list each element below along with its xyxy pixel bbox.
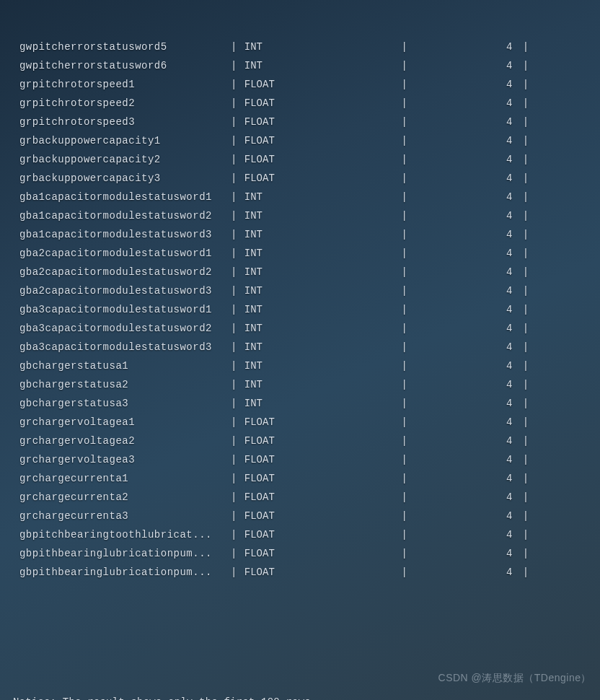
column-separator: | — [229, 319, 238, 338]
column-size: 4 — [409, 188, 521, 206]
column-name: gbchargerstatusa2 — [13, 375, 229, 394]
column-extra — [530, 525, 600, 544]
column-separator: | — [400, 356, 408, 375]
table-row: gba2capacitormodulestatusword1 | INT |4 … — [13, 244, 600, 263]
column-size: 4 — [409, 75, 521, 94]
column-separator: | — [400, 113, 408, 131]
column-separator: | — [521, 338, 530, 356]
column-separator: | — [400, 300, 408, 319]
table-row: grpitchrotorspeed2 | FLOAT |4 | | — [13, 94, 600, 113]
column-extra — [530, 450, 600, 469]
column-name: gbchargerstatusa1 — [13, 356, 229, 375]
column-extra — [530, 150, 600, 169]
table-row: grpitchrotorspeed3 | FLOAT |4 | | — [13, 113, 600, 131]
table-row: gbpithbearinglubricationpum... | FLOAT |… — [13, 544, 600, 563]
column-separator: | — [229, 544, 238, 563]
column-name: gbpithbearinglubricationpum... — [13, 544, 229, 563]
table-row: gwpitcherrorstatusword6 | INT |4 | | — [13, 56, 600, 75]
column-type: FLOAT — [238, 507, 400, 525]
column-type: FLOAT — [238, 150, 400, 169]
column-size: 4 — [409, 525, 521, 544]
column-separator: | — [521, 113, 530, 131]
column-separator: | — [521, 263, 530, 281]
column-extra — [530, 244, 600, 263]
column-separator: | — [521, 75, 530, 94]
table-row: gba1capacitormodulestatusword3 | INT |4 … — [13, 225, 600, 244]
table-row: grchargervoltagea1 | FLOAT |4 | | — [13, 413, 600, 432]
column-extra — [530, 38, 600, 56]
column-extra — [530, 394, 600, 413]
table-row: gbchargerstatusa3 | INT |4 | | — [13, 394, 600, 413]
column-type: INT — [238, 319, 400, 338]
column-separator: | — [400, 375, 408, 394]
table-row: grbackuppowercapacity2 | FLOAT |4 | | — [13, 150, 600, 169]
column-name: grchargervoltagea1 — [13, 413, 229, 432]
column-size: 4 — [409, 244, 521, 263]
column-separator: | — [229, 432, 238, 450]
column-size: 4 — [409, 150, 521, 169]
column-type: FLOAT — [238, 113, 400, 131]
column-separator: | — [400, 169, 408, 188]
column-separator: | — [521, 563, 530, 582]
column-size: 4 — [409, 225, 521, 244]
column-extra — [530, 356, 600, 375]
column-size: 4 — [409, 469, 521, 488]
column-separator: | — [400, 263, 408, 281]
table-row: gba1capacitormodulestatusword1 | INT |4 … — [13, 188, 600, 206]
column-separator: | — [521, 469, 530, 488]
column-type: FLOAT — [238, 94, 400, 113]
column-separator: | — [229, 188, 238, 206]
table-row: grchargecurrenta2 | FLOAT |4 | | — [13, 488, 600, 507]
column-name: gwpitcherrorstatusword5 — [13, 38, 229, 56]
column-separator: | — [400, 75, 408, 94]
column-separator: | — [400, 225, 408, 244]
table-row: gbchargerstatusa2 | INT |4 | | — [13, 375, 600, 394]
column-separator: | — [400, 469, 408, 488]
column-type: FLOAT — [238, 488, 400, 507]
column-size: 4 — [409, 94, 521, 113]
table-row: gbpitchbearingtoothlubricat... | FLOAT |… — [13, 525, 600, 544]
column-name: gba2capacitormodulestatusword1 — [13, 244, 229, 263]
notice-line-1: Notice: The result shows only the first … — [13, 693, 600, 700]
column-separator: | — [400, 206, 408, 225]
column-name: gba2capacitormodulestatusword2 — [13, 263, 229, 281]
column-separator: | — [521, 188, 530, 206]
column-separator: | — [229, 38, 238, 56]
column-extra — [530, 488, 600, 507]
column-separator: | — [521, 94, 530, 113]
column-extra — [530, 300, 600, 319]
column-type: FLOAT — [238, 169, 400, 188]
column-name: grbackuppowercapacity3 — [13, 169, 229, 188]
column-name: grpitchrotorspeed2 — [13, 94, 229, 113]
column-separator: | — [521, 413, 530, 432]
column-separator: | — [229, 244, 238, 263]
column-separator: | — [400, 150, 408, 169]
column-name: gba3capacitormodulestatusword3 — [13, 338, 229, 356]
column-name: grchargervoltagea2 — [13, 432, 229, 450]
column-type: INT — [238, 225, 400, 244]
column-size: 4 — [409, 281, 521, 300]
column-extra — [530, 413, 600, 432]
table-row: grchargecurrenta1 | FLOAT |4 | | — [13, 469, 600, 488]
column-size: 4 — [409, 394, 521, 413]
column-name: grchargecurrenta3 — [13, 507, 229, 525]
column-separator: | — [400, 244, 408, 263]
column-separator: | — [521, 394, 530, 413]
column-separator: | — [521, 169, 530, 188]
column-separator: | — [229, 507, 238, 525]
column-type: INT — [238, 375, 400, 394]
column-extra — [530, 188, 600, 206]
column-type: FLOAT — [238, 131, 400, 150]
column-name: grchargecurrenta1 — [13, 469, 229, 488]
column-size: 4 — [409, 206, 521, 225]
table-row: gba2capacitormodulestatusword2 | INT |4 … — [13, 263, 600, 281]
column-name: gbpithbearinglubricationpum... — [13, 563, 229, 582]
table-row: gba3capacitormodulestatusword1 | INT |4 … — [13, 300, 600, 319]
column-separator: | — [521, 507, 530, 525]
column-separator: | — [521, 38, 530, 56]
column-separator: | — [400, 319, 408, 338]
column-extra — [530, 263, 600, 281]
column-size: 4 — [409, 169, 521, 188]
column-separator: | — [400, 394, 408, 413]
column-size: 4 — [409, 56, 521, 75]
